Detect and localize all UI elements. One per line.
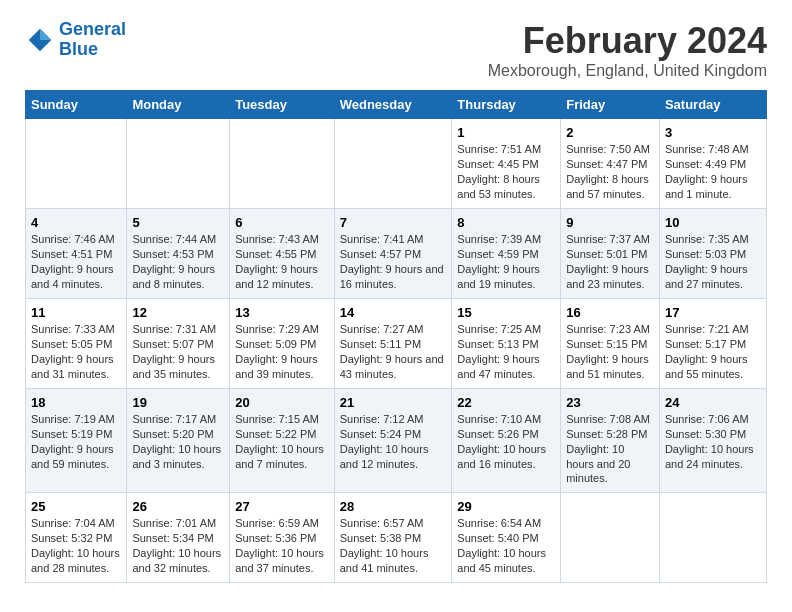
calendar-cell: 19Sunrise: 7:17 AMSunset: 5:20 PMDayligh… [127,389,230,493]
day-number: 22 [457,395,555,410]
day-number: 26 [132,499,224,514]
calendar-cell [127,119,230,209]
day-number: 19 [132,395,224,410]
calendar-cell: 10Sunrise: 7:35 AMSunset: 5:03 PMDayligh… [659,209,766,299]
calendar-week-row: 18Sunrise: 7:19 AMSunset: 5:19 PMDayligh… [26,389,767,493]
calendar-cell: 5Sunrise: 7:44 AMSunset: 4:53 PMDaylight… [127,209,230,299]
calendar-cell: 4Sunrise: 7:46 AMSunset: 4:51 PMDaylight… [26,209,127,299]
day-number: 1 [457,125,555,140]
calendar-cell: 28Sunrise: 6:57 AMSunset: 5:38 PMDayligh… [334,493,452,583]
weekday-header-friday: Friday [561,91,660,119]
day-info: Sunrise: 6:59 AMSunset: 5:36 PMDaylight:… [235,516,329,575]
main-title: February 2024 [488,20,767,62]
day-info: Sunrise: 7:41 AMSunset: 4:57 PMDaylight:… [340,232,447,291]
calendar-cell [334,119,452,209]
calendar-cell: 21Sunrise: 7:12 AMSunset: 5:24 PMDayligh… [334,389,452,493]
calendar-cell: 18Sunrise: 7:19 AMSunset: 5:19 PMDayligh… [26,389,127,493]
day-info: Sunrise: 7:23 AMSunset: 5:15 PMDaylight:… [566,322,654,381]
day-info: Sunrise: 7:39 AMSunset: 4:59 PMDaylight:… [457,232,555,291]
weekday-header-row: SundayMondayTuesdayWednesdayThursdayFrid… [26,91,767,119]
day-info: Sunrise: 7:48 AMSunset: 4:49 PMDaylight:… [665,142,761,201]
weekday-header-sunday: Sunday [26,91,127,119]
day-number: 21 [340,395,447,410]
day-number: 16 [566,305,654,320]
calendar-week-row: 25Sunrise: 7:04 AMSunset: 5:32 PMDayligh… [26,493,767,583]
weekday-header-tuesday: Tuesday [230,91,335,119]
day-number: 15 [457,305,555,320]
day-info: Sunrise: 7:37 AMSunset: 5:01 PMDaylight:… [566,232,654,291]
calendar-table: SundayMondayTuesdayWednesdayThursdayFrid… [25,90,767,583]
day-number: 14 [340,305,447,320]
weekday-header-saturday: Saturday [659,91,766,119]
day-number: 29 [457,499,555,514]
day-number: 7 [340,215,447,230]
day-number: 28 [340,499,447,514]
day-info: Sunrise: 6:54 AMSunset: 5:40 PMDaylight:… [457,516,555,575]
calendar-week-row: 1Sunrise: 7:51 AMSunset: 4:45 PMDaylight… [26,119,767,209]
day-number: 8 [457,215,555,230]
calendar-cell: 2Sunrise: 7:50 AMSunset: 4:47 PMDaylight… [561,119,660,209]
weekday-header-monday: Monday [127,91,230,119]
logo-icon [25,25,55,55]
calendar-cell: 23Sunrise: 7:08 AMSunset: 5:28 PMDayligh… [561,389,660,493]
calendar-body: 1Sunrise: 7:51 AMSunset: 4:45 PMDaylight… [26,119,767,583]
day-info: Sunrise: 7:33 AMSunset: 5:05 PMDaylight:… [31,322,121,381]
calendar-cell [659,493,766,583]
calendar-cell: 13Sunrise: 7:29 AMSunset: 5:09 PMDayligh… [230,299,335,389]
day-number: 25 [31,499,121,514]
day-info: Sunrise: 7:29 AMSunset: 5:09 PMDaylight:… [235,322,329,381]
calendar-cell: 20Sunrise: 7:15 AMSunset: 5:22 PMDayligh… [230,389,335,493]
calendar-cell: 6Sunrise: 7:43 AMSunset: 4:55 PMDaylight… [230,209,335,299]
day-info: Sunrise: 7:46 AMSunset: 4:51 PMDaylight:… [31,232,121,291]
day-info: Sunrise: 7:06 AMSunset: 5:30 PMDaylight:… [665,412,761,471]
day-number: 24 [665,395,761,410]
day-number: 12 [132,305,224,320]
day-info: Sunrise: 7:50 AMSunset: 4:47 PMDaylight:… [566,142,654,201]
calendar-cell: 11Sunrise: 7:33 AMSunset: 5:05 PMDayligh… [26,299,127,389]
calendar-cell [26,119,127,209]
day-number: 2 [566,125,654,140]
calendar-cell: 3Sunrise: 7:48 AMSunset: 4:49 PMDaylight… [659,119,766,209]
day-number: 6 [235,215,329,230]
calendar-week-row: 11Sunrise: 7:33 AMSunset: 5:05 PMDayligh… [26,299,767,389]
day-number: 23 [566,395,654,410]
title-area: February 2024 Mexborough, England, Unite… [488,20,767,80]
calendar-cell: 9Sunrise: 7:37 AMSunset: 5:01 PMDaylight… [561,209,660,299]
day-info: Sunrise: 6:57 AMSunset: 5:38 PMDaylight:… [340,516,447,575]
day-number: 10 [665,215,761,230]
calendar-cell: 7Sunrise: 7:41 AMSunset: 4:57 PMDaylight… [334,209,452,299]
calendar-cell: 24Sunrise: 7:06 AMSunset: 5:30 PMDayligh… [659,389,766,493]
day-info: Sunrise: 7:01 AMSunset: 5:34 PMDaylight:… [132,516,224,575]
weekday-header-wednesday: Wednesday [334,91,452,119]
day-number: 27 [235,499,329,514]
header: General Blue February 2024 Mexborough, E… [25,20,767,80]
calendar-cell [561,493,660,583]
calendar-cell: 17Sunrise: 7:21 AMSunset: 5:17 PMDayligh… [659,299,766,389]
day-info: Sunrise: 7:43 AMSunset: 4:55 PMDaylight:… [235,232,329,291]
day-number: 5 [132,215,224,230]
subtitle: Mexborough, England, United Kingdom [488,62,767,80]
day-number: 9 [566,215,654,230]
calendar-cell: 16Sunrise: 7:23 AMSunset: 5:15 PMDayligh… [561,299,660,389]
day-info: Sunrise: 7:51 AMSunset: 4:45 PMDaylight:… [457,142,555,201]
day-number: 4 [31,215,121,230]
day-info: Sunrise: 7:19 AMSunset: 5:19 PMDaylight:… [31,412,121,471]
calendar-cell: 22Sunrise: 7:10 AMSunset: 5:26 PMDayligh… [452,389,561,493]
day-info: Sunrise: 7:17 AMSunset: 5:20 PMDaylight:… [132,412,224,471]
calendar-cell: 12Sunrise: 7:31 AMSunset: 5:07 PMDayligh… [127,299,230,389]
calendar-cell: 1Sunrise: 7:51 AMSunset: 4:45 PMDaylight… [452,119,561,209]
day-info: Sunrise: 7:10 AMSunset: 5:26 PMDaylight:… [457,412,555,471]
calendar-header: SundayMondayTuesdayWednesdayThursdayFrid… [26,91,767,119]
calendar-cell: 27Sunrise: 6:59 AMSunset: 5:36 PMDayligh… [230,493,335,583]
day-info: Sunrise: 7:21 AMSunset: 5:17 PMDaylight:… [665,322,761,381]
day-info: Sunrise: 7:08 AMSunset: 5:28 PMDaylight:… [566,412,654,486]
calendar-cell: 14Sunrise: 7:27 AMSunset: 5:11 PMDayligh… [334,299,452,389]
day-info: Sunrise: 7:44 AMSunset: 4:53 PMDaylight:… [132,232,224,291]
day-number: 20 [235,395,329,410]
calendar-week-row: 4Sunrise: 7:46 AMSunset: 4:51 PMDaylight… [26,209,767,299]
day-number: 3 [665,125,761,140]
day-info: Sunrise: 7:12 AMSunset: 5:24 PMDaylight:… [340,412,447,471]
day-info: Sunrise: 7:15 AMSunset: 5:22 PMDaylight:… [235,412,329,471]
day-info: Sunrise: 7:04 AMSunset: 5:32 PMDaylight:… [31,516,121,575]
day-info: Sunrise: 7:35 AMSunset: 5:03 PMDaylight:… [665,232,761,291]
